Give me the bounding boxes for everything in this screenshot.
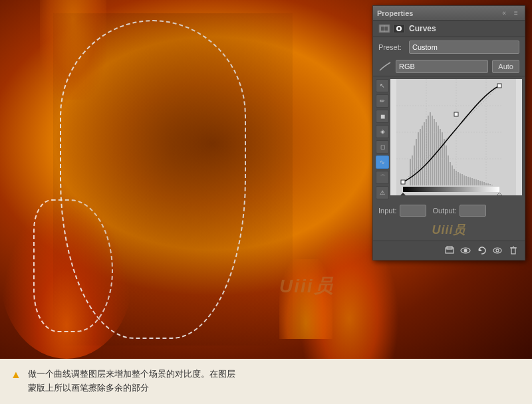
svg-rect-24: [446, 146, 447, 185]
svg-rect-68: [511, 248, 515, 254]
output-label: Output:: [433, 207, 457, 215]
svg-point-66: [493, 248, 501, 253]
svg-rect-31: [460, 173, 461, 185]
svg-marker-65: [479, 248, 482, 251]
svg-rect-38: [473, 179, 475, 185]
adjustment-layer-icon: [378, 24, 390, 33]
svg-rect-18: [434, 119, 435, 185]
svg-rect-21: [440, 129, 441, 185]
svg-rect-43: [483, 182, 485, 185]
svg-rect-17: [432, 116, 433, 185]
svg-rect-42: [481, 181, 483, 185]
input-item: Input:: [378, 205, 426, 217]
svg-rect-16: [430, 112, 431, 185]
curves-tools: ↖ ✏ ◼ ◈ ◻ ∿ ⌒ ⚠: [376, 79, 390, 199]
trash-icon[interactable]: [507, 245, 519, 256]
svg-rect-46: [489, 184, 491, 185]
description-line1: 做一个曲线调整图层来增加整个场景的对比度。在图层: [28, 367, 235, 381]
pencil-tool[interactable]: ✏: [376, 94, 389, 108]
svg-rect-33: [464, 175, 465, 185]
svg-rect-58: [403, 187, 499, 192]
preset-row: Preset: Custom: [373, 37, 525, 57]
properties-panel: Properties « ≡ Curves: [372, 5, 525, 260]
description-text: 做一个曲线调整图层来增加整个场景的对比度。在图层 蒙版上所以画笔擦除多余的部分: [28, 367, 235, 395]
svg-rect-26: [450, 162, 451, 185]
svg-point-64: [464, 249, 467, 252]
eye-icon[interactable]: [460, 245, 471, 256]
svg-rect-47: [491, 185, 493, 185]
image-watermark: Uiii员: [279, 274, 334, 299]
curves-header: Curves: [373, 21, 525, 37]
svg-rect-25: [448, 155, 449, 185]
panel-watermark: Uiii员: [373, 219, 525, 241]
preset-label: Preset:: [378, 43, 405, 51]
svg-rect-35: [467, 177, 469, 185]
curves-graph[interactable]: [390, 79, 522, 195]
portrait-area: [53, 13, 293, 346]
svg-rect-23: [444, 139, 445, 185]
svg-rect-27: [452, 165, 453, 185]
smooth-tool[interactable]: ⌒: [376, 171, 389, 184]
auto-button[interactable]: Auto: [492, 60, 519, 73]
preset-dropdown[interactable]: Custom: [409, 41, 519, 54]
curves-line-tool[interactable]: ∿: [376, 155, 389, 169]
svg-rect-45: [487, 183, 489, 185]
svg-rect-41: [479, 181, 481, 185]
panel-controls: « ≡: [499, 9, 521, 17]
svg-rect-28: [454, 169, 455, 185]
svg-rect-7: [412, 155, 413, 185]
panel-title: Properties: [377, 9, 413, 17]
bottom-bar: ▲ 做一个曲线调整图层来增加整个场景的对比度。在图层 蒙版上所以画笔擦除多余的部…: [0, 359, 532, 404]
svg-rect-15: [428, 116, 429, 185]
svg-point-67: [496, 249, 499, 252]
output-value[interactable]: [460, 205, 486, 217]
input-value[interactable]: [400, 205, 426, 217]
svg-rect-37: [471, 178, 473, 185]
output-item: Output:: [433, 205, 486, 217]
mask-icon: [393, 24, 405, 33]
panel-collapse-button[interactable]: «: [499, 9, 509, 17]
curves-area: ↖ ✏ ◼ ◈ ◻ ∿ ⌒ ⚠: [373, 76, 525, 202]
svg-rect-8: [414, 146, 415, 185]
panel-menu-button[interactable]: ≡: [511, 9, 521, 17]
curve-line-icon: [378, 61, 392, 72]
black-eyedropper[interactable]: ◼: [376, 110, 389, 123]
pointer-tool[interactable]: ↖: [376, 79, 389, 92]
svg-point-4: [398, 27, 400, 30]
svg-rect-40: [477, 180, 479, 185]
svg-rect-57: [497, 84, 501, 88]
panel-toolbar: [373, 241, 525, 260]
svg-rect-56: [454, 112, 458, 116]
input-label: Input:: [378, 207, 397, 215]
svg-rect-32: [462, 174, 463, 185]
white-eyedropper[interactable]: ◻: [376, 140, 389, 153]
warning-icon: ▲: [11, 369, 21, 381]
svg-rect-11: [420, 129, 421, 185]
svg-rect-9: [416, 139, 417, 185]
io-row: Input: Output:: [373, 202, 525, 219]
curves-title: Curves: [409, 24, 436, 33]
visibility-icon[interactable]: [491, 245, 503, 256]
svg-rect-39: [475, 179, 477, 185]
svg-rect-36: [469, 177, 471, 185]
svg-rect-13: [424, 122, 425, 185]
svg-rect-34: [466, 176, 467, 185]
svg-rect-12: [422, 126, 423, 185]
undo-icon[interactable]: [475, 245, 487, 256]
panel-titlebar: Properties « ≡: [373, 6, 525, 21]
channel-dropdown[interactable]: RGB: [396, 60, 488, 73]
description-line2: 蒙版上所以画笔擦除多余的部分: [28, 381, 235, 395]
svg-rect-6: [410, 159, 411, 185]
svg-rect-20: [438, 126, 439, 185]
rgb-row: RGB Auto: [373, 57, 525, 76]
gray-eyedropper[interactable]: ◈: [376, 125, 389, 138]
layers-icon[interactable]: [444, 245, 456, 256]
svg-rect-55: [401, 180, 405, 184]
svg-rect-30: [458, 172, 459, 185]
portrait-shadow: [53, 13, 293, 346]
warning-tool[interactable]: ⚠: [376, 186, 389, 199]
